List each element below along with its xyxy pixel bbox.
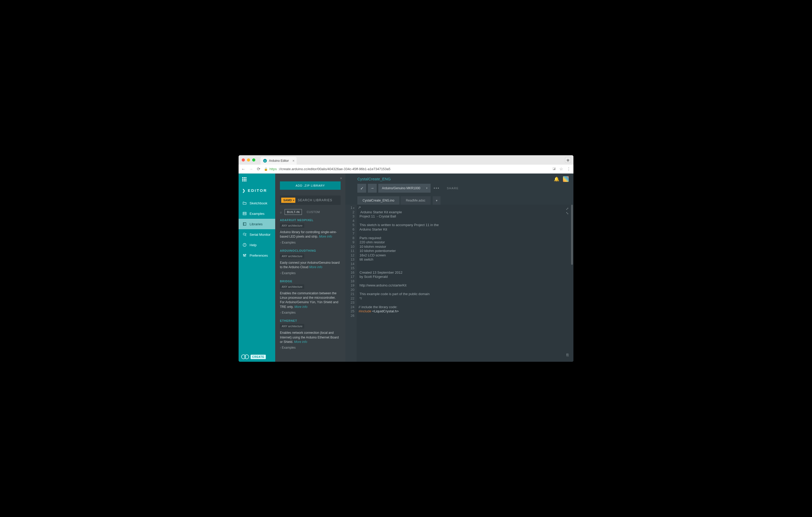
sketch-title: CystalCreate_ENG — [357, 177, 566, 181]
library-architecture-badge: ANY architecture — [280, 254, 304, 258]
code-tabs: CystalCreate_ENG.inoReadMe.adoc▼ — [345, 196, 573, 205]
code-tab[interactable]: CystalCreate_ENG.ino — [357, 196, 400, 205]
browser-profile-icon[interactable]: ◉ — [565, 157, 571, 163]
library-description: Enables the communication between the Li… — [280, 291, 341, 309]
list-icon — [242, 211, 247, 216]
library-search[interactable]: SAMD × SEARCH LIBRARIES — [280, 195, 341, 205]
add-zip-library-button[interactable]: ADD .ZIP LIBRARY — [280, 181, 341, 190]
library-name[interactable]: BRIDGE — [280, 280, 341, 283]
more-info-link[interactable]: More info — [294, 305, 308, 309]
apps-grid-icon[interactable] — [239, 174, 275, 186]
library-name[interactable]: ADAFRUIT NEOPIXEL — [280, 218, 341, 222]
library-examples-link[interactable]: Examples — [280, 241, 341, 244]
editor-scrollbar[interactable] — [571, 205, 573, 265]
panel-close-icon[interactable]: × — [340, 176, 342, 180]
more-options-button[interactable]: ••• — [432, 184, 441, 193]
library-architecture-badge: ANY architecture — [280, 324, 304, 329]
browser-menu-icon[interactable]: ⋮ — [567, 166, 571, 172]
urlbar: ← → ⟳ 🔒 https://create.arduino.cc/editor… — [239, 165, 573, 174]
sidebar-item-libraries[interactable]: Libraries — [239, 219, 275, 229]
sidebar-item-label: Examples — [250, 212, 264, 216]
url-field[interactable]: 🔒 https://create.arduino.cc/editor/00ali… — [264, 167, 549, 171]
create-badge-text: CREATE — [251, 355, 266, 359]
more-info-link[interactable]: More info — [319, 235, 332, 238]
more-info-link[interactable]: More info — [294, 340, 307, 344]
tab-close-icon[interactable]: × — [292, 159, 295, 163]
serial-icon — [242, 232, 247, 237]
verify-button[interactable]: ✓ — [357, 184, 366, 193]
tab-favicon: ∞ — [263, 159, 267, 162]
nav-back-icon[interactable]: ← — [241, 167, 245, 172]
browser-tab[interactable]: ∞ Arduino Editor × — [261, 157, 297, 165]
filter-chip-samd[interactable]: SAMD × — [281, 197, 295, 203]
window-minimize-button[interactable] — [247, 158, 250, 161]
user-avatar[interactable] — [563, 176, 569, 182]
sidebar-item-sketchbook[interactable]: Sketchbook — [239, 198, 275, 208]
clipboard-icon[interactable]: ⎘ — [567, 353, 569, 357]
library-description: Easly connect your Arduino/Genuino board… — [280, 261, 341, 270]
search-placeholder: SEARCH LIBRARIES — [298, 199, 332, 202]
create-badge[interactable]: CREATE — [241, 355, 266, 359]
filter-custom-button[interactable]: CUSTOM — [304, 209, 322, 215]
lock-icon: 🔒 — [264, 167, 268, 171]
toolbar: ✓ → Arduino/Genuino MKR1000 ••• SHARE — [357, 184, 566, 193]
url-extras: ◪ ☆ ⋮ — [552, 166, 571, 172]
more-info-link[interactable]: More info — [309, 265, 322, 269]
svg-rect-1 — [244, 177, 245, 178]
library-examples-link[interactable]: Examples — [280, 311, 341, 314]
library-item: ARDUINOCLOUDTHINGANY architectureEasly c… — [280, 249, 341, 275]
sidebar-item-preferences[interactable]: Preferences — [239, 250, 275, 261]
board-select[interactable]: Arduino/Genuino MKR1000 — [378, 184, 431, 193]
chevron-right-icon: ❯ — [242, 188, 246, 193]
editor-brand: ❯ EDITOR — [239, 186, 275, 198]
tag-icon[interactable]: ◪ — [552, 166, 556, 172]
library-examples-link[interactable]: Examples — [280, 271, 341, 275]
nav-reload-icon[interactable]: ⟳ — [257, 166, 260, 172]
library-architecture-badge: ANY architecture — [280, 223, 304, 228]
help-icon: ? — [242, 243, 247, 247]
search-icon[interactable]: ⌕ — [280, 210, 282, 214]
tab-dropdown-button[interactable]: ▼ — [433, 196, 440, 205]
book-icon — [242, 222, 247, 226]
notifications-bell-icon[interactable]: 🔔 — [554, 176, 559, 182]
library-examples-link[interactable]: Examples — [280, 346, 341, 349]
sidebar-item-label: Libraries — [250, 222, 263, 226]
tab-title: Arduino Editor — [269, 159, 289, 162]
library-item: ADAFRUIT NEOPIXELANY architectureArduino… — [280, 218, 341, 244]
sidebar-item-serial-monitor[interactable]: Serial Monitor — [239, 229, 275, 240]
editor-body[interactable]: ⤢⤡ 1234567891011121314151617181920212223… — [345, 205, 573, 362]
svg-line-15 — [245, 235, 246, 236]
upload-button[interactable]: → — [368, 184, 377, 193]
code-tab[interactable]: ReadMe.adoc — [401, 196, 431, 205]
svg-rect-4 — [244, 179, 245, 180]
sidebar-item-label: Help — [250, 243, 257, 247]
top-right-controls: 🔔 — [554, 176, 569, 182]
fullscreen-icon[interactable]: ⤢⤡ — [566, 207, 569, 215]
sidebar-item-help[interactable]: ?Help — [239, 240, 275, 250]
window-zoom-button[interactable] — [252, 158, 255, 161]
library-architecture-badge: ANY architecture — [280, 284, 304, 289]
sliders-icon — [242, 253, 247, 257]
sidebar-item-examples[interactable]: Examples — [239, 208, 275, 219]
library-name[interactable]: ARDUINOCLOUDTHING — [280, 249, 341, 252]
code-content[interactable]: /* Arduino Starter Kit example Project 1… — [356, 205, 573, 362]
svg-rect-5 — [245, 179, 246, 180]
library-item: ETHERNETANY architectureEnables network … — [280, 319, 341, 349]
svg-rect-12 — [243, 223, 246, 225]
url-path: ://create.arduino.cc/editor/00alis/40432… — [278, 167, 390, 171]
traffic-lights — [242, 158, 255, 161]
library-description: Arduino library for controlling single-w… — [280, 230, 341, 239]
library-name[interactable]: ETHERNET — [280, 319, 341, 322]
filter-builtin-button[interactable]: BUILT-IN — [285, 209, 302, 215]
svg-point-23 — [244, 255, 245, 256]
library-description: Enables network connection (local and In… — [280, 331, 341, 344]
filter-chip-remove-icon[interactable]: × — [293, 199, 294, 202]
sidebar-item-label: Preferences — [250, 253, 268, 257]
share-button[interactable]: SHARE — [443, 184, 463, 193]
filter-row: ⌕ BUILT-IN CUSTOM — [275, 207, 345, 218]
code-area: 🔔 CystalCreate_ENG ✓ → Arduino/Genuino M… — [345, 174, 573, 362]
svg-point-24 — [245, 254, 246, 255]
nav-forward-icon: → — [249, 167, 253, 172]
bookmark-star-icon[interactable]: ☆ — [559, 166, 563, 172]
window-close-button[interactable] — [242, 158, 245, 161]
